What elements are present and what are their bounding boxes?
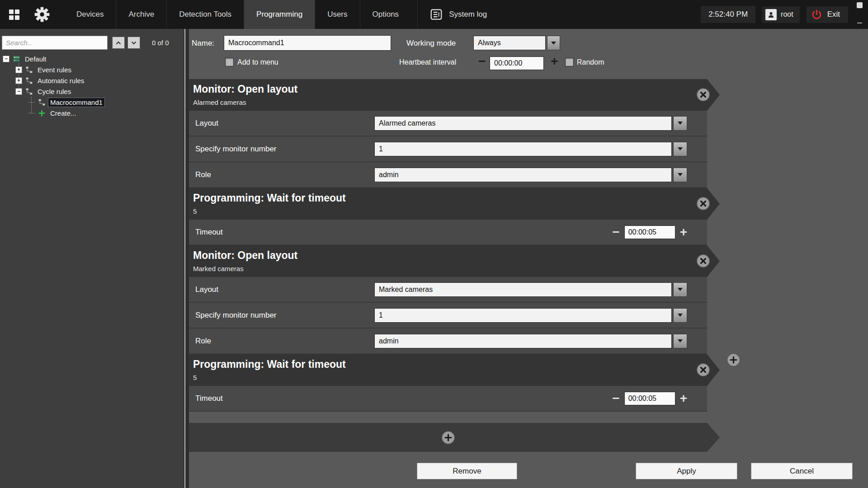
macro-name-input[interactable] xyxy=(224,35,391,51)
action-param-row: Specify monitor number1 xyxy=(189,303,707,328)
tab-devices[interactable]: Devices xyxy=(64,0,116,29)
param-dropdown-value[interactable]: Marked cameras xyxy=(374,282,672,297)
add-to-menu-checkbox[interactable] xyxy=(225,58,234,66)
user-name: root xyxy=(781,10,793,19)
param-dropdown-arrow-button[interactable] xyxy=(673,168,687,182)
param-dropdown-arrow-button[interactable] xyxy=(673,116,687,131)
clock: 2:52:40 PM xyxy=(701,6,755,23)
param-dropdown-value[interactable]: admin xyxy=(374,334,672,348)
system-log-label: System log xyxy=(449,10,487,19)
blocks-container: Monitor: Open layoutAlarmed camerasLayou… xyxy=(189,79,720,412)
tree-item-label: Event rules xyxy=(36,66,73,74)
param-dropdown-arrow-button[interactable] xyxy=(673,334,687,348)
tree-expander-plus-icon[interactable]: + xyxy=(15,77,22,84)
system-log-button[interactable]: System log xyxy=(417,0,499,29)
search-row: 0 of 0 xyxy=(2,36,181,50)
user-badge[interactable]: root xyxy=(762,6,800,23)
param-dropdown-value[interactable]: admin xyxy=(374,168,672,182)
tree-item-macrocommand1[interactable]: Macrocommand1 xyxy=(0,97,184,108)
remove-action-button[interactable] xyxy=(696,254,710,268)
stepper-plus-button[interactable]: + xyxy=(680,392,687,405)
param-label: Timeout xyxy=(189,394,374,403)
grid-glyph xyxy=(9,9,19,20)
stepper-time-input[interactable]: 00:00:05 xyxy=(624,392,675,405)
rule-icon xyxy=(25,76,33,84)
tree-item-event-rules[interactable]: +Event rules xyxy=(0,64,184,75)
app-window: DevicesArchiveDetection ToolsProgramming… xyxy=(0,0,868,488)
param-dropdown-value[interactable]: Alarmed cameras xyxy=(374,116,672,131)
heartbeat-label: Heartbeat interval xyxy=(399,58,456,66)
action-block-title: Monitor: Open layout xyxy=(193,249,720,262)
search-prev-button[interactable] xyxy=(112,37,125,49)
tree-expander-plus-icon[interactable]: + xyxy=(15,66,22,73)
heartbeat-input[interactable]: 00:00:00 xyxy=(490,56,544,70)
tree-item-label: Cycle rules xyxy=(36,87,73,96)
param-dropdown-arrow-button[interactable] xyxy=(673,308,687,323)
main-panel: Name: Working mode Always Add to menu He… xyxy=(189,29,868,488)
search-next-button[interactable] xyxy=(127,37,140,49)
param-stepper: −00:00:05+ xyxy=(612,392,687,405)
action-param-row: LayoutMarked cameras xyxy=(189,277,707,303)
remove-action-button[interactable] xyxy=(696,197,710,211)
stepper-time-input[interactable]: 00:00:05 xyxy=(624,225,675,239)
tree-item-label: Automatic rules xyxy=(36,76,86,85)
tree-expander-minus-icon[interactable]: − xyxy=(15,88,22,95)
system-log-icon xyxy=(429,8,443,21)
tree-guide-line xyxy=(31,97,32,113)
random-checkbox[interactable] xyxy=(565,58,574,66)
param-dropdown-value[interactable]: 1 xyxy=(374,308,672,323)
working-mode-select[interactable]: Always xyxy=(473,36,546,50)
tree-item-automatic-rules[interactable]: +Automatic rules xyxy=(0,75,184,86)
chevron-down-icon xyxy=(131,41,137,45)
remove-action-button[interactable] xyxy=(696,88,710,102)
insert-action-button[interactable] xyxy=(726,353,741,367)
tree-item-cycle-rules[interactable]: −Cycle rules xyxy=(0,86,184,97)
apply-button[interactable]: Apply xyxy=(636,463,737,479)
search-input[interactable] xyxy=(2,36,108,50)
param-label: Role xyxy=(189,337,374,346)
sidebar-splitter[interactable] xyxy=(184,29,189,488)
window-restore-icon[interactable] xyxy=(857,2,863,8)
tree-item-create[interactable]: Create... xyxy=(0,108,184,118)
action-block-subtitle: Alarmed cameras xyxy=(193,99,720,106)
tree-expander-minus-icon[interactable]: − xyxy=(3,56,9,62)
tab-detection-tools[interactable]: Detection Tools xyxy=(166,0,244,29)
remove-action-button[interactable] xyxy=(696,363,710,377)
tab-users[interactable]: Users xyxy=(315,0,359,29)
action-block-subtitle: 5 xyxy=(193,374,720,381)
stepper-minus-button[interactable]: − xyxy=(612,392,619,405)
exit-button[interactable]: Exit xyxy=(807,6,848,23)
stepper-plus-button[interactable]: + xyxy=(680,226,687,239)
param-dropdown-value[interactable]: 1 xyxy=(374,142,672,156)
settings-gear-icon[interactable] xyxy=(28,0,56,29)
add-action-button[interactable] xyxy=(441,431,455,445)
exit-label: Exit xyxy=(827,10,840,19)
stepper-minus-button[interactable]: − xyxy=(612,226,619,239)
chevron-up-icon xyxy=(116,41,121,45)
tab-options[interactable]: Options xyxy=(360,0,411,29)
heartbeat-plus-button[interactable]: + xyxy=(551,55,558,68)
param-dropdown-arrow-button[interactable] xyxy=(673,142,687,156)
add-action-bar xyxy=(189,423,720,452)
action-block-header: Programming: Wait for timeout5 xyxy=(189,354,720,386)
action-block-2: Programming: Wait for timeout5Timeout−00… xyxy=(189,188,720,245)
param-label: Role xyxy=(189,170,374,179)
action-param-row: LayoutAlarmed cameras xyxy=(189,111,707,136)
action-block-header: Monitor: Open layoutAlarmed cameras xyxy=(189,79,720,111)
heartbeat-minus-button[interactable]: − xyxy=(478,55,486,68)
remove-button[interactable]: Remove xyxy=(417,463,517,479)
tab-programming[interactable]: Programming xyxy=(244,0,315,29)
cancel-button[interactable]: Cancel xyxy=(751,463,853,479)
tab-archive[interactable]: Archive xyxy=(116,0,166,29)
random-label: Random xyxy=(577,58,604,66)
tree-item-default[interactable]: −Default xyxy=(0,53,184,64)
topbar: DevicesArchiveDetection ToolsProgramming… xyxy=(0,0,868,29)
tree-item-label: Default xyxy=(23,55,48,63)
name-label: Name: xyxy=(192,39,214,48)
param-dropdown-arrow-button[interactable] xyxy=(673,282,687,297)
window-minimize-icon[interactable]: − xyxy=(857,20,863,26)
action-param-row: Timeout−00:00:05+ xyxy=(189,386,707,412)
working-mode-dropdown-button[interactable] xyxy=(547,36,560,50)
app-grid-icon[interactable] xyxy=(0,0,28,29)
action-block-1: Monitor: Open layoutAlarmed camerasLayou… xyxy=(189,79,720,188)
